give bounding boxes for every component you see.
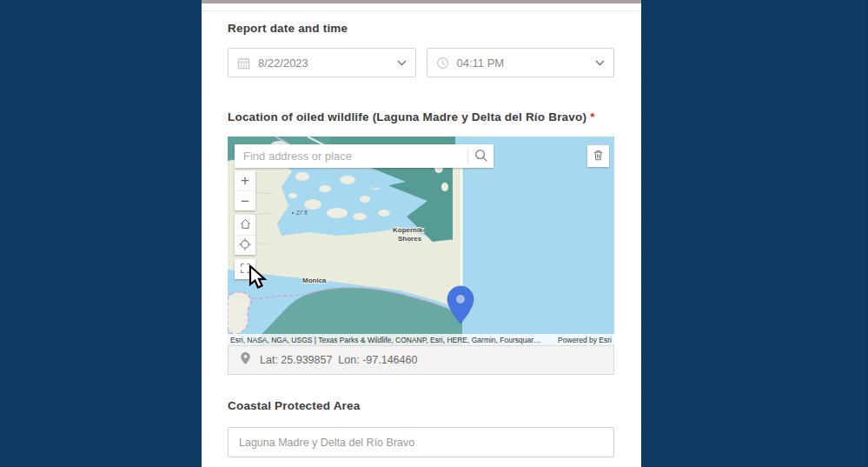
- coastal-heading-text: Coastal Protected Area: [228, 399, 360, 412]
- map-label-kopernik: Kopernik: [393, 226, 423, 234]
- map-label-shores: Shores: [398, 235, 422, 243]
- trash-icon: [592, 149, 605, 164]
- zoom-control-group: + −: [235, 170, 255, 210]
- map-label-monica: Monica: [302, 277, 327, 284]
- map-search-box: [235, 144, 494, 168]
- clear-location-button[interactable]: [587, 145, 609, 167]
- search-icon: [474, 148, 488, 165]
- report-datetime-heading-text: Report date and time: [228, 22, 348, 35]
- clock-icon: [436, 57, 449, 70]
- locate-icon: [238, 237, 252, 254]
- fullscreen-icon: [239, 262, 252, 277]
- map-search-input[interactable]: [235, 144, 467, 168]
- fullscreen-control-group: [235, 259, 255, 279]
- date-value: 8/22/2023: [258, 57, 397, 70]
- map-canvas[interactable]: 27 ft Kopernik Shores Monica: [228, 137, 614, 345]
- zoom-out-button[interactable]: −: [235, 190, 255, 210]
- chevron-down-icon: [397, 60, 407, 66]
- zoom-in-button[interactable]: +: [235, 170, 255, 190]
- required-asterisk: *: [590, 110, 594, 123]
- attribution-sources: Esri, NASA, NGA, USGS | Texas Parks & Wi…: [230, 336, 551, 344]
- map-basemap: 27 ft Kopernik Shores Monica: [228, 137, 614, 345]
- calendar-icon: [237, 57, 250, 70]
- map-attribution: Esri, NASA, NGA, USGS | Texas Parks & Wi…: [228, 334, 614, 345]
- datetime-fields-row: 8/22/2023 04:11 PM: [228, 48, 614, 77]
- chevron-down-icon: [595, 60, 605, 66]
- date-picker-field[interactable]: 8/22/2023: [228, 48, 416, 77]
- map-elevation-label: 27 ft: [295, 210, 308, 216]
- powered-by-esri-link[interactable]: Powered by Esri: [558, 336, 612, 344]
- pin-icon: [240, 351, 251, 369]
- survey-form-panel: Report date and time 8/22/: [202, 0, 641, 467]
- coastal-protected-area-input[interactable]: [228, 427, 614, 457]
- report-datetime-heading: Report date and time: [228, 22, 348, 35]
- nav-control-group: [235, 215, 255, 255]
- time-picker-field[interactable]: 04:11 PM: [427, 48, 615, 77]
- locate-button[interactable]: [235, 235, 255, 255]
- home-button[interactable]: [235, 215, 255, 235]
- time-value: 04:11 PM: [457, 57, 596, 70]
- home-icon: [239, 217, 252, 233]
- coordinates-bar: Lat: 25.939857 Lon: -97.146460: [228, 345, 614, 375]
- location-heading-text: Location of oiled wildlife (Laguna Madre…: [228, 110, 586, 123]
- coastal-heading: Coastal Protected Area: [228, 399, 360, 412]
- search-button[interactable]: [468, 144, 494, 168]
- coordinates-text: Lat: 25.939857 Lon: -97.146460: [260, 354, 417, 366]
- location-heading: Location of oiled wildlife (Laguna Madre…: [228, 110, 595, 123]
- fullscreen-button[interactable]: [235, 259, 255, 279]
